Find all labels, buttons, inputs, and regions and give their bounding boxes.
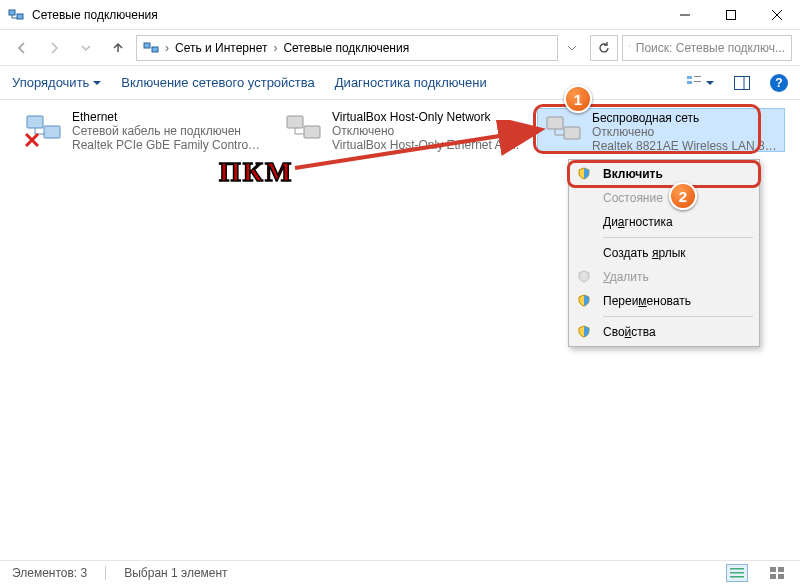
status-bar: Элементов: 3 Выбран 1 элемент (0, 560, 800, 584)
svg-rect-28 (770, 567, 776, 572)
help-icon: ? (770, 74, 788, 92)
svg-rect-10 (687, 76, 692, 79)
tiles-view-button[interactable] (766, 564, 788, 582)
adapter-name: VirtualBox Host-Only Network (332, 110, 519, 124)
view-icon (686, 75, 702, 91)
ctx-create-shortcut[interactable]: Создать ярлык (569, 241, 759, 265)
svg-rect-30 (770, 574, 776, 579)
enable-device-button[interactable]: Включение сетевого устройства (121, 75, 314, 90)
adapter-name: Беспроводная сеть (592, 111, 782, 125)
ctx-properties[interactable]: Свойства (569, 320, 759, 344)
svg-rect-17 (44, 126, 60, 138)
ctx-rename[interactable]: Переименовать (569, 289, 759, 313)
adapter-ethernet[interactable]: Ethernet Сетевой кабель не подключен Rea… (18, 108, 266, 152)
network-connections-icon (143, 40, 159, 56)
svg-rect-13 (694, 81, 701, 82)
refresh-button[interactable] (590, 35, 618, 61)
shield-icon (577, 167, 591, 181)
titlebar: Сетевые подключения (0, 0, 800, 30)
chevron-right-icon[interactable]: › (269, 41, 281, 55)
ctx-status: Состояние (569, 186, 759, 210)
adapter-device: VirtualBox Host-Only Ethernet Ad... (332, 138, 519, 152)
minimize-button[interactable] (662, 0, 708, 30)
adapter-status: Отключено (592, 125, 782, 139)
svg-rect-6 (144, 43, 150, 48)
history-dropdown[interactable] (72, 34, 100, 62)
adapter-status: Сетевой кабель не подключен (72, 124, 262, 138)
separator (603, 237, 753, 238)
search-icon (629, 41, 630, 54)
toolbar: Упорядочить Включение сетевого устройств… (0, 66, 800, 100)
adapter-device: Realtek PCIe GbE Family Controller (72, 138, 262, 152)
svg-rect-3 (727, 10, 736, 19)
svg-rect-26 (730, 572, 744, 574)
adapter-icon (24, 110, 64, 150)
svg-rect-1 (17, 14, 23, 19)
svg-rect-20 (287, 116, 303, 128)
diagnose-connection-button[interactable]: Диагностика подключени (335, 75, 487, 90)
svg-rect-0 (9, 10, 15, 15)
details-view-button[interactable] (726, 564, 748, 582)
svg-rect-22 (547, 117, 563, 129)
svg-rect-27 (730, 576, 744, 578)
ctx-delete: Удалить (569, 265, 759, 289)
chevron-right-icon[interactable]: › (161, 41, 173, 55)
svg-rect-14 (735, 76, 750, 89)
separator (603, 316, 753, 317)
maximize-button[interactable] (708, 0, 754, 30)
organize-menu[interactable]: Упорядочить (12, 75, 101, 90)
shield-icon (577, 270, 591, 284)
selected-count: Выбран 1 элемент (124, 566, 227, 580)
shield-icon (577, 294, 591, 308)
svg-rect-11 (687, 81, 692, 84)
item-count: Элементов: 3 (12, 566, 87, 580)
window-title: Сетевые подключения (32, 8, 662, 22)
adapter-name: Ethernet (72, 110, 262, 124)
up-button[interactable] (104, 34, 132, 62)
adapter-device: Realtek 8821AE Wireless LAN 802... (592, 139, 782, 153)
adapter-wireless[interactable]: Беспроводная сеть Отключено Realtek 8821… (537, 108, 785, 152)
preview-pane-button[interactable] (734, 76, 750, 90)
breadcrumb-current[interactable]: Сетевые подключения (283, 41, 409, 55)
view-options-button[interactable] (686, 75, 714, 91)
forward-button[interactable] (40, 34, 68, 62)
svg-rect-12 (694, 76, 701, 77)
adapter-virtualbox[interactable]: VirtualBox Host-Only Network Отключено V… (278, 108, 526, 152)
svg-rect-31 (778, 574, 784, 579)
navigation-bar: › Сеть и Интернет › Сетевые подключения … (0, 30, 800, 66)
shield-icon (577, 325, 591, 339)
back-button[interactable] (8, 34, 36, 62)
search-placeholder: Поиск: Сетевые подключ... (636, 41, 785, 55)
ctx-diagnose[interactable]: Диагностика (569, 210, 759, 234)
svg-rect-21 (304, 126, 320, 138)
svg-rect-16 (27, 116, 43, 128)
address-bar[interactable]: › Сеть и Интернет › Сетевые подключения (136, 35, 558, 61)
help-button[interactable]: ? (770, 74, 788, 92)
svg-rect-25 (730, 568, 744, 570)
svg-rect-7 (152, 47, 158, 52)
context-menu: Включить Состояние Диагностика Создать я… (568, 159, 760, 347)
address-dropdown[interactable] (562, 34, 582, 62)
svg-rect-23 (564, 127, 580, 139)
close-button[interactable] (754, 0, 800, 30)
breadcrumb-parent[interactable]: Сеть и Интернет (175, 41, 267, 55)
ctx-enable[interactable]: Включить (569, 162, 759, 186)
adapter-status: Отключено (332, 124, 519, 138)
network-connections-icon (8, 7, 24, 23)
adapter-icon (544, 111, 584, 151)
adapter-icon (284, 110, 324, 150)
search-input[interactable]: Поиск: Сетевые подключ... (622, 35, 792, 61)
svg-rect-29 (778, 567, 784, 572)
